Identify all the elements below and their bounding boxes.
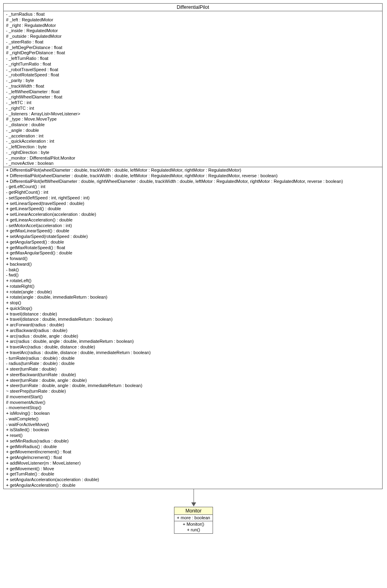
- method-row: + addMoveListener(m : MoveListener): [5, 461, 381, 466]
- method-row: + getMaxLinearSpeed() : double: [5, 228, 381, 234]
- method-row: - waitForActiveMove(): [5, 422, 381, 428]
- method-row: - waitComplete(): [5, 416, 381, 422]
- attribute-row: - _distance : double: [5, 122, 381, 128]
- attribute-row: # _right : RegulatedMotor: [5, 23, 381, 29]
- method-row: + arc(radius : double, angle : double, i…: [5, 339, 381, 344]
- class-title: Monitor: [174, 507, 213, 515]
- method-row: - setMotorAccel(acceleration : int): [5, 223, 381, 229]
- attribute-row: - _monitor : DifferentialPilot.Monitor: [5, 156, 381, 161]
- method-row: + getLinearAcceleration() : double: [5, 217, 381, 223]
- method-row: + getMaxAngularSpeed() : double: [5, 250, 381, 256]
- attribute-row: - _leftWheelDiameter : float: [5, 89, 381, 95]
- method-row: + getMinRadius() : double: [5, 444, 381, 450]
- attribute-row: - _leftTC : int: [5, 100, 381, 106]
- method-row: + steer(turnRate : double, angle : doubl…: [5, 378, 381, 383]
- methods-section: + DifferentialPilot(wheelDiameter : doub…: [4, 167, 382, 489]
- method-row: + travel(distance : double): [5, 311, 381, 317]
- attribute-row: - _trackWidth : float: [5, 84, 381, 89]
- method-row: + setLinearAcceleration(acceleration : d…: [5, 212, 381, 217]
- attribute-row: - _parity : byte: [5, 78, 381, 84]
- attributes-section: - _turnRadius : float# _left : Regulated…: [4, 11, 382, 167]
- attribute-row: # _type : Move.MoveType: [5, 117, 381, 122]
- method-row: + setAngularAcceleration(acceleration : …: [5, 477, 381, 483]
- method-row: - bak(): [5, 267, 381, 273]
- class-differentialpilot: DifferentialPilot - _turnRadius : float#…: [3, 3, 383, 489]
- attribute-row: - _listeners : ArrayList<MoveListener>: [5, 111, 381, 117]
- nesting-arrow-icon: [190, 489, 198, 507]
- method-row: + arcBackward(radius : double): [5, 328, 381, 334]
- method-row: + rotate(angle : double, immediateReturn…: [5, 295, 381, 300]
- method-row: - fwd(): [5, 272, 381, 278]
- method-row: + forward(): [5, 256, 381, 262]
- attribute-row: # _left : RegulatedMotor: [5, 17, 381, 23]
- attribute-row: - _leftDirection : byte: [5, 144, 381, 150]
- method-row: - movementStop(): [5, 405, 381, 411]
- method-row: + steer(turnRate : double): [5, 367, 381, 372]
- method-row: + arcForward(radius : double): [5, 322, 381, 328]
- attribute-row: - _rightTurnRatio : float: [5, 61, 381, 67]
- method-row: # movementActive(): [5, 400, 381, 406]
- method-row: + rotateLeft(): [5, 278, 381, 284]
- method-row: - setSpeed(leftSpeed : int, rightSpeed :…: [5, 195, 381, 201]
- attribute-row: - _steerRatio : float: [5, 39, 381, 45]
- attribute-row: - _rightDirection : byte: [5, 150, 381, 156]
- method-row: + arc(radius : double, angle : double): [5, 334, 381, 339]
- method-row: + setMinRadius(radius : double): [5, 438, 381, 444]
- attribute-row: - _rightWheelDiameter : float: [5, 94, 381, 100]
- attribute-row: - _acceleration : int: [5, 133, 381, 139]
- method-row: - turnRate(radius : double) : double: [5, 356, 381, 361]
- method-row: ~ steerPrep(turnRate : double): [5, 389, 381, 394]
- method-row: + setAngularSpeed(rotateSpeed : double): [5, 234, 381, 240]
- method-row: - getLeftCount() : int: [5, 184, 381, 190]
- method-row: + getTurnRate() : double: [5, 471, 381, 477]
- method-row: + DifferentialPilot(wheelDiameter : doub…: [5, 168, 381, 173]
- attribute-row: # _outside : RegulatedMotor: [5, 34, 381, 39]
- method-row: + setLinearSpeed(travelSpeed : double): [5, 201, 381, 207]
- method-row: + steer(turnRate : double, angle : doubl…: [5, 383, 381, 389]
- method-row: + quickStop(): [5, 306, 381, 311]
- method-row: + steerBackward(turnRate : double): [5, 372, 381, 378]
- method-row: - radius(turnRate : double) : double: [5, 361, 381, 367]
- attribute-row: - _moveActive : boolean: [5, 161, 381, 166]
- method-row: + DifferentialPilot(leftWheelDiameter : …: [5, 179, 381, 184]
- method-row: # movementStart(): [5, 394, 381, 400]
- attribute-row: - _angle : double: [5, 128, 381, 133]
- attribute-row: # _leftDegPerDistance : float: [5, 45, 381, 51]
- attribute-row: - _turnRadius : float: [5, 12, 381, 17]
- method-row: + rotate(angle : double): [5, 289, 381, 295]
- method-row: + DifferentialPilot(wheelDiameter : doub…: [5, 173, 381, 179]
- attribute-row: - _quickAcceleration : int: [5, 139, 381, 144]
- svg-marker-1: [191, 502, 196, 506]
- method-row: + getAngleIncrement() : float: [5, 455, 381, 461]
- method-row: + getLinearSpeed() : double: [5, 206, 381, 212]
- method-row: + stop(): [5, 300, 381, 306]
- method-row: + travel(distance : double, immediateRet…: [5, 317, 381, 322]
- method-row: + reset(): [5, 433, 381, 438]
- method-row: + isStalled() : boolean: [5, 427, 381, 433]
- method-row: + backward(): [5, 262, 381, 267]
- attributes-section: + more : boolean: [174, 515, 213, 522]
- method-row: + travelArc(radius : double, distance : …: [5, 350, 381, 356]
- method-row: + run(): [176, 527, 211, 533]
- method-row: + getAngularAcceleration() : double: [5, 483, 381, 488]
- method-row: + travelArc(radius : double, distance : …: [5, 344, 381, 350]
- attribute-row: - _leftTurnRatio : float: [5, 56, 381, 61]
- method-row: + isMoving() : boolean: [5, 411, 381, 416]
- connector: Monitor + more : boolean + Monitor()+ ru…: [4, 489, 383, 534]
- methods-section: + Monitor()+ run(): [174, 521, 213, 533]
- attribute-row: # _rightDegPerDistance : float: [5, 50, 381, 56]
- attribute-row: - _robotTravelSpeed : float: [5, 67, 381, 73]
- attribute-row: + more : boolean: [176, 515, 211, 521]
- class-title: DifferentialPilot: [4, 4, 382, 11]
- method-row: - getRightCount() : int: [5, 190, 381, 195]
- method-row: + getMovement() : Move: [5, 466, 381, 472]
- attribute-row: - _rightTC : int: [5, 106, 381, 111]
- method-row: + getMovementIncrement() : float: [5, 449, 381, 455]
- attribute-row: - _robotRotateSpeed : float: [5, 72, 381, 78]
- attribute-row: - _inside : RegulatedMotor: [5, 28, 381, 34]
- method-row: + getMaxRotateSpeed() : float: [5, 245, 381, 251]
- method-row: + getAngularSpeed() : double: [5, 240, 381, 245]
- method-row: + Monitor(): [176, 522, 211, 527]
- class-monitor: Monitor + more : boolean + Monitor()+ ru…: [174, 507, 213, 534]
- method-row: + rotateRight(): [5, 284, 381, 289]
